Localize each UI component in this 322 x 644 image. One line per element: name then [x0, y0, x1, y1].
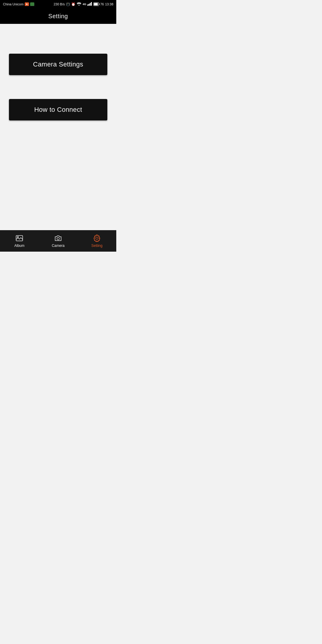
svg-point-9	[57, 238, 59, 240]
carrier-icon1: ▶	[25, 2, 29, 6]
vibrate-icon: 📳	[66, 2, 70, 6]
status-bar: China Unicom ▶ 230 B/s 📳 ⏰ 4G	[0, 0, 116, 8]
bottom-nav: Album Camera Setting	[0, 230, 116, 252]
svg-rect-3	[90, 3, 91, 6]
svg-rect-1	[87, 4, 88, 6]
nav-item-setting[interactable]: Setting	[78, 232, 116, 250]
camera-icon	[54, 234, 62, 242]
nav-item-album[interactable]: Album	[0, 232, 39, 250]
how-to-connect-button[interactable]: How to Connect	[9, 99, 107, 120]
battery-icon: 76	[93, 2, 104, 6]
battery-percent: 76	[100, 2, 104, 6]
status-left: China Unicom ▶	[3, 2, 34, 6]
signal-4g-icon: 4G	[83, 3, 86, 6]
svg-point-0	[79, 5, 80, 6]
signal-bars-icon	[87, 2, 92, 6]
carrier-name: China Unicom	[3, 2, 24, 6]
wifi-icon	[77, 2, 81, 6]
main-content: Camera Settings How to Connect	[0, 24, 116, 230]
album-icon	[15, 234, 24, 242]
nav-label-album: Album	[14, 244, 24, 248]
svg-rect-2	[89, 4, 89, 6]
svg-rect-4	[91, 2, 92, 6]
page-title: Setting	[48, 13, 68, 20]
status-right: 230 B/s 📳 ⏰ 4G 76	[54, 2, 113, 6]
camera-settings-button[interactable]: Camera Settings	[9, 54, 107, 75]
alarm-icon: ⏰	[71, 2, 75, 6]
header: Setting	[0, 8, 116, 24]
nav-label-setting: Setting	[91, 244, 102, 248]
setting-icon	[93, 234, 101, 242]
time-display: 13:38	[105, 2, 113, 6]
svg-rect-6	[94, 3, 98, 5]
network-speed: 230 B/s	[54, 2, 65, 6]
svg-point-8	[17, 236, 18, 238]
nav-label-camera: Camera	[52, 244, 65, 248]
carrier-icon2	[30, 2, 34, 6]
nav-item-camera[interactable]: Camera	[39, 232, 78, 250]
svg-point-10	[96, 237, 98, 239]
